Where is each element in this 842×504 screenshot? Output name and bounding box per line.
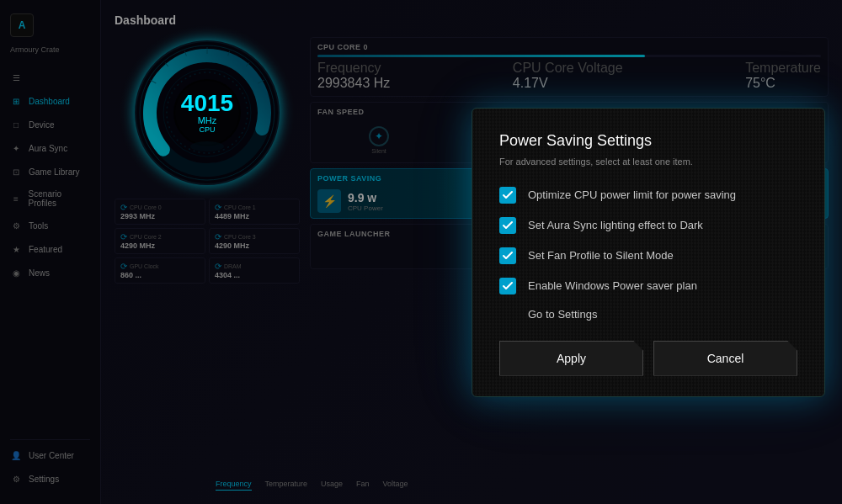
cancel-button[interactable]: Cancel [653, 341, 797, 376]
speedo-value: 4015 MHz CPU [181, 92, 233, 134]
option-label-0: Optimize CPU power limit for power savin… [528, 188, 736, 201]
speedo-label: CPU [181, 125, 233, 134]
dialog-option-3: Enable Windows Power saver plan [499, 278, 797, 294]
checkbox-1[interactable] [499, 217, 516, 234]
option-label-2: Set Fan Profile to Silent Mode [528, 249, 674, 262]
checkbox-2[interactable] [499, 247, 516, 264]
checkmark-icon-1 [503, 220, 513, 231]
settings-link[interactable]: Go to Settings [528, 308, 797, 321]
checkmark-icon-2 [503, 251, 513, 261]
checkbox-3[interactable] [499, 278, 516, 294]
checkmark-icon-0 [503, 190, 513, 200]
checkbox-0[interactable] [499, 187, 516, 204]
dialog-option-0: Optimize CPU power limit for power savin… [499, 187, 797, 204]
checkmark-icon-3 [503, 281, 513, 291]
speedo-number: 4015 [181, 92, 233, 115]
power-saving-dialog: Power Saving Settings For advanced setti… [472, 108, 825, 397]
dialog-option-2: Set Fan Profile to Silent Mode [499, 247, 797, 264]
app-window: A Armoury Crate ☰ ⊞ Dashboard □ Device ✦… [0, 0, 842, 504]
option-label-3: Enable Windows Power saver plan [528, 279, 697, 292]
dialog-buttons: Apply Cancel [499, 341, 797, 376]
dialog-option-1: Set Aura Sync lighting effect to Dark [499, 217, 797, 234]
option-label-1: Set Aura Sync lighting effect to Dark [528, 219, 703, 231]
speedo-unit: MHz [181, 115, 233, 125]
dialog-subtitle: For advanced settings, select at least o… [499, 157, 797, 167]
dialog-overlay: Power Saving Settings For advanced setti… [0, 0, 842, 504]
apply-button[interactable]: Apply [499, 341, 643, 376]
dialog-title: Power Saving Settings [499, 132, 797, 150]
